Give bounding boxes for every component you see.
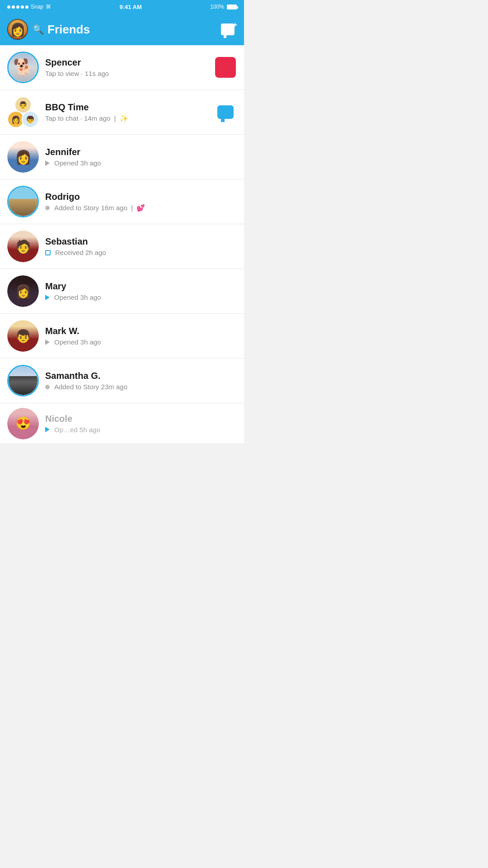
dog-photo: 🐕	[9, 53, 38, 82]
friend-info-jennifer: Jennifer Opened 3h ago	[45, 147, 214, 167]
list-item[interactable]: 👦 Mark W. Opened 3h ago	[0, 314, 244, 359]
list-item[interactable]: 🐕 Spencer Tap to view · 11s ago	[0, 45, 244, 90]
coastal-photo	[9, 366, 38, 395]
friend-info-rodrigo: Rodrigo Added to Story 16m ago | 💕	[45, 192, 214, 212]
list-item[interactable]: 👩 Jennifer Opened 3h ago	[0, 135, 244, 179]
status-text: Opened 3h ago	[54, 338, 101, 346]
bitmoji-nicole: 😍	[7, 408, 39, 439]
status-text: Added to Story 16m ago | 💕	[54, 204, 145, 212]
friend-name: Spencer	[45, 57, 214, 68]
bitmoji-mary: 👩	[7, 275, 39, 307]
header: 👩 🔍 Friends +	[0, 14, 244, 45]
search-area[interactable]: 🔍 Friends	[33, 23, 214, 37]
opened-icon	[45, 340, 50, 345]
friends-list: 🐕 Spencer Tap to view · 11s ago 👨 👩 👦 BB…	[0, 45, 244, 444]
status-text: Tap to chat · 14m ago | ✨	[45, 114, 128, 123]
status-right: 100%	[210, 4, 237, 10]
avatar-bbqtime: 👨 👩 👦	[7, 96, 39, 128]
friend-name: Mark W.	[45, 326, 214, 336]
friend-name: BBQ Time	[45, 102, 214, 113]
avatar-mary: 👩	[7, 275, 39, 307]
friend-name: Rodrigo	[45, 192, 214, 202]
chat-blue-indicator	[217, 105, 234, 119]
list-item[interactable]: 👩 Mary Opened 3h ago	[0, 269, 244, 314]
avatar-jennifer: 👩	[7, 141, 39, 173]
friend-status: Added to Story 16m ago | 💕	[45, 204, 214, 212]
page-title: Friends	[47, 23, 90, 37]
chat-bubble	[221, 24, 235, 35]
friend-info-samanthag: Samantha G. Added to Story 23m ago	[45, 371, 214, 391]
chat-action-blue[interactable]	[214, 105, 237, 119]
friend-status: Op…ed 5h ago	[45, 426, 214, 434]
user-avatar[interactable]: 👩	[7, 19, 28, 40]
avatar-nicole: 😍	[7, 408, 39, 439]
opened-icon	[45, 160, 50, 166]
status-text: Received 2h ago	[55, 249, 106, 256]
opened-icon	[45, 427, 50, 432]
list-item[interactable]: Rodrigo Added to Story 16m ago | 💕	[0, 179, 244, 224]
status-text: Opened 3h ago	[54, 159, 101, 167]
friend-status: Added to Story 23m ago	[45, 383, 214, 391]
avatar-rodrigo	[7, 186, 39, 217]
dot2	[12, 5, 15, 9]
friend-status: Opened 3h ago	[45, 293, 214, 301]
friend-name: Nicole	[45, 414, 214, 424]
story-dot-icon	[45, 206, 50, 210]
friend-info-spencer: Spencer Tap to view · 11s ago	[45, 57, 214, 77]
snap-red-indicator	[215, 57, 236, 78]
plus-icon: +	[233, 21, 237, 29]
landscape-photo	[9, 187, 38, 216]
bitmoji-sebastian: 🧑	[7, 231, 39, 262]
avatar-sebastian: 🧑	[7, 231, 39, 262]
friend-name: Samantha G.	[45, 371, 214, 381]
list-item[interactable]: 🧑 Sebastian Received 2h ago	[0, 224, 244, 269]
status-text: Op…ed 5h ago	[54, 426, 100, 434]
status-time: 9:41 AM	[119, 4, 141, 10]
chat-plus-icon: +	[221, 24, 235, 35]
friend-info-mary: Mary Opened 3h ago	[45, 281, 214, 301]
avatar-markw: 👦	[7, 320, 39, 352]
friend-info-sebastian: Sebastian Received 2h ago	[45, 236, 214, 256]
friend-status: Opened 3h ago	[45, 159, 214, 167]
friend-info-markw: Mark W. Opened 3h ago	[45, 326, 214, 346]
dot1	[7, 5, 10, 9]
bitmoji-jennifer: 👩	[7, 141, 39, 173]
wifi-icon: ⌘	[46, 4, 51, 10]
status-text: Added to Story 23m ago	[54, 383, 127, 391]
avatar-spencer: 🐕	[7, 52, 39, 83]
friend-name: Sebastian	[45, 236, 214, 247]
avatar-samanthag	[7, 365, 39, 396]
friend-info-bbqtime: BBQ Time Tap to chat · 14m ago | ✨	[45, 102, 214, 123]
group-face-3: 👦	[22, 111, 39, 128]
status-left: Snap ⌘	[7, 4, 51, 10]
status-text: Tap to view · 11s ago	[45, 70, 109, 77]
dot3	[16, 5, 19, 9]
friend-name: Jennifer	[45, 147, 214, 157]
friend-info-nicole: Nicole Op…ed 5h ago	[45, 414, 214, 434]
list-item[interactable]: 😍 Nicole Op…ed 5h ago	[0, 403, 244, 444]
user-bitmoji: 👩	[8, 19, 28, 39]
story-dot-icon	[45, 385, 50, 389]
friend-name: Mary	[45, 281, 214, 292]
friend-status: Opened 3h ago	[45, 338, 214, 346]
opened-blue-icon	[45, 295, 50, 300]
friend-status: Tap to chat · 14m ago | ✨	[45, 114, 214, 123]
signal-dots	[7, 5, 28, 9]
status-bar: Snap ⌘ 9:41 AM 100%	[0, 0, 244, 14]
dot4	[21, 5, 24, 9]
carrier-label: Snap	[31, 4, 43, 10]
status-text: Opened 3h ago	[54, 293, 101, 301]
bitmoji-markw: 👦	[7, 320, 39, 352]
dot5	[25, 5, 28, 9]
list-item[interactable]: Samantha G. Added to Story 23m ago	[0, 359, 244, 403]
chat-tail	[224, 35, 226, 38]
snap-action-red[interactable]	[214, 57, 237, 78]
battery-percentage: 100%	[210, 4, 224, 10]
friend-status: Tap to view · 11s ago	[45, 70, 214, 77]
list-item[interactable]: 👨 👩 👦 BBQ Time Tap to chat · 14m ago | ✨	[0, 90, 244, 135]
new-chat-button[interactable]: +	[219, 20, 237, 38]
friend-status: Received 2h ago	[45, 249, 214, 256]
battery-icon	[227, 5, 237, 9]
received-icon	[45, 250, 51, 255]
search-icon: 🔍	[33, 24, 44, 35]
